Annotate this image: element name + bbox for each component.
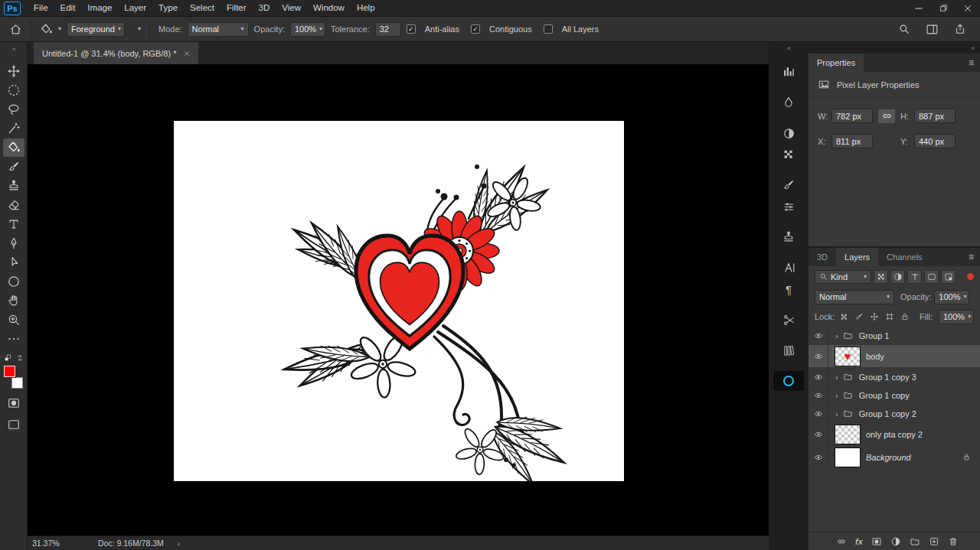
anti-alias-checkbox[interactable]: ✓	[407, 24, 416, 34]
move-tool[interactable]	[3, 62, 24, 80]
menu-item-edit[interactable]: Edit	[54, 0, 82, 17]
scissors-panel-button[interactable]	[773, 310, 804, 330]
layer-row-group-1-copy-2[interactable]: › Group 1 copy 2	[808, 405, 980, 423]
all-layers-checkbox[interactable]	[544, 24, 553, 34]
menu-item-window[interactable]: Window	[307, 0, 351, 17]
tool-preset-picker[interactable]: ▾	[40, 23, 61, 36]
adjustment-filter-button[interactable]	[890, 270, 905, 284]
tab-channels[interactable]: Channels	[878, 248, 930, 266]
new-layer-button[interactable]	[929, 536, 939, 547]
layer-style-button[interactable]: fx	[855, 537, 863, 546]
tab-layers[interactable]: Layers	[836, 248, 878, 266]
fill-input[interactable]: 100% ▾	[939, 310, 974, 324]
minimize-button[interactable]	[906, 0, 931, 17]
brush-tool[interactable]	[3, 158, 24, 176]
brushes-panel-button[interactable]	[773, 175, 804, 195]
swap-colors-button[interactable]	[15, 353, 24, 363]
group-expand-chevron[interactable]: ›	[835, 373, 838, 382]
menu-item-layer[interactable]: Layer	[118, 0, 152, 17]
paragraph-panel-button[interactable]: ¶	[773, 279, 804, 299]
toolbar-collapse-button[interactable]: »	[11, 45, 15, 55]
link-layers-button[interactable]	[836, 536, 847, 547]
default-colors-button[interactable]	[3, 353, 12, 363]
layer-row-body[interactable]: ♥ body	[808, 345, 980, 368]
active-panel-button[interactable]	[773, 371, 804, 391]
adjustment-layer-button[interactable]	[890, 536, 901, 547]
menu-item-view[interactable]: View	[276, 0, 307, 17]
character-panel-button[interactable]	[773, 258, 804, 278]
clone-source-panel-button[interactable]	[773, 227, 804, 247]
y-input[interactable]: 440 px	[914, 134, 956, 148]
lock-transparency-button[interactable]	[838, 311, 850, 323]
edit-toolbar-button[interactable]	[3, 330, 24, 348]
layer-row-group-1-copy[interactable]: › Group 1 copy	[808, 386, 980, 405]
panel-menu-button[interactable]: ≡	[969, 248, 980, 266]
type-filter-button[interactable]	[907, 270, 922, 284]
libraries-panel-button[interactable]	[773, 340, 804, 360]
panels-expand-button[interactable]: «	[787, 44, 790, 54]
background-color-swatch[interactable]	[11, 377, 23, 389]
screen-mode-button[interactable]	[3, 415, 24, 434]
home-button[interactable]	[9, 23, 22, 36]
visibility-toggle[interactable]	[808, 345, 828, 367]
quick-mask-button[interactable]	[3, 394, 24, 412]
tab-3d[interactable]: 3D	[808, 248, 836, 266]
foreground-color-swatch[interactable]	[4, 366, 15, 377]
lock-all-button[interactable]	[899, 311, 911, 323]
layer-row-background[interactable]: Background	[808, 446, 980, 469]
document-tab[interactable]: Untitled-1 @ 31.4% (body, RGB/8) *	[34, 42, 198, 64]
pattern-picker[interactable]: ▾	[135, 26, 141, 32]
visibility-toggle[interactable]	[808, 405, 828, 422]
panel-menu-button[interactable]: ≡	[969, 54, 980, 72]
pixel-filter-button[interactable]	[874, 270, 888, 284]
clone-stamp-tool[interactable]	[3, 177, 24, 195]
layer-opacity-input[interactable]: 100% ▾	[934, 290, 969, 304]
tolerance-input[interactable]: 32	[375, 22, 401, 37]
menu-item-image[interactable]: Image	[81, 0, 118, 17]
pasteboard[interactable]	[28, 64, 769, 535]
mode-select[interactable]: Normal ▾	[188, 22, 249, 37]
type-tool[interactable]	[3, 215, 24, 233]
document-canvas[interactable]	[174, 121, 624, 481]
width-input[interactable]: 782 px	[831, 109, 873, 123]
gradients-panel-button[interactable]	[773, 123, 804, 143]
lock-position-button[interactable]	[868, 311, 880, 323]
zoom-level[interactable]: 31.37%	[32, 539, 80, 548]
status-options-chevron[interactable]: ›	[178, 539, 181, 548]
link-dimensions-button[interactable]	[878, 109, 895, 123]
visibility-toggle[interactable]	[808, 446, 828, 468]
menu-item-type[interactable]: Type	[152, 0, 184, 17]
opacity-input[interactable]: 100% ▾	[290, 22, 325, 37]
menu-item-select[interactable]: Select	[184, 0, 220, 17]
workspace-switcher-button[interactable]	[926, 23, 939, 36]
filter-toggle[interactable]	[967, 273, 974, 280]
visibility-toggle[interactable]	[808, 386, 828, 404]
restore-button[interactable]	[931, 0, 956, 17]
menu-item-file[interactable]: File	[28, 0, 54, 17]
marquee-tool[interactable]	[3, 81, 24, 99]
close-button[interactable]	[956, 0, 980, 17]
search-button[interactable]	[898, 23, 910, 35]
shape-filter-button[interactable]	[924, 270, 939, 284]
quick-selection-tool[interactable]	[3, 119, 24, 138]
brush-settings-panel-button[interactable]	[773, 197, 804, 216]
smart-object-filter-button[interactable]	[941, 270, 956, 284]
layer-row-group-1-copy-3[interactable]: › Group 1 copy 3	[808, 368, 980, 386]
layer-thumbnail[interactable]	[835, 447, 861, 467]
visibility-toggle[interactable]	[808, 368, 828, 386]
add-mask-button[interactable]	[871, 536, 882, 547]
fill-source-select[interactable]: Foreground ▾	[67, 22, 125, 37]
lock-artboard-button[interactable]	[884, 311, 896, 323]
pen-tool[interactable]	[3, 234, 24, 252]
height-input[interactable]: 887 px	[914, 109, 956, 123]
lasso-tool[interactable]	[3, 100, 24, 119]
menu-item-3d[interactable]: 3D	[253, 0, 276, 17]
visibility-toggle[interactable]	[808, 423, 828, 445]
contiguous-checkbox[interactable]: ✓	[471, 24, 480, 34]
new-group-button[interactable]	[910, 536, 920, 547]
blend-mode-select[interactable]: Normal ▾	[815, 290, 894, 304]
layer-row-only-pta-copy-2[interactable]: only pta copy 2	[808, 423, 980, 446]
paint-bucket-tool[interactable]	[3, 138, 24, 157]
filter-kind-select[interactable]: Kind ▾	[815, 270, 871, 284]
histogram-panel-button[interactable]	[773, 62, 804, 82]
